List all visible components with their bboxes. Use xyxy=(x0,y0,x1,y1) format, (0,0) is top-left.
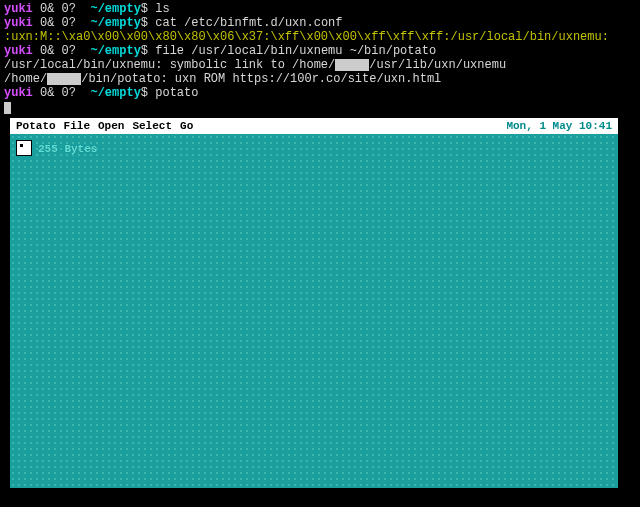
menu-open[interactable]: Open xyxy=(98,119,124,133)
terminal[interactable]: yuki 0& 0? ~/empty$ ls yuki 0& 0? ~/empt… xyxy=(0,0,640,116)
cwd: ~/empty xyxy=(90,86,140,100)
redacted-text xyxy=(335,59,369,71)
user: yuki xyxy=(4,16,33,30)
cursor xyxy=(4,102,11,114)
menu-select[interactable]: Select xyxy=(132,119,172,133)
prompt-line: yuki 0& 0? ~/empty$ potato xyxy=(4,86,636,100)
user: yuki xyxy=(4,2,33,16)
cwd: ~/empty xyxy=(90,44,140,58)
output-line: /home//bin/potato: uxn ROM https://100r.… xyxy=(4,72,636,86)
cwd: ~/empty xyxy=(90,2,140,16)
cmd: file /usr/local/bin/uxnemu ~/bin/potato xyxy=(155,44,436,58)
status: 0& 0? xyxy=(40,44,76,58)
menu-go[interactable]: Go xyxy=(180,119,193,133)
user: yuki xyxy=(4,44,33,58)
prompt-line: yuki 0& 0? ~/empty$ file /usr/local/bin/… xyxy=(4,44,636,58)
menu-potato[interactable]: Potato xyxy=(16,119,56,133)
cmd: potato xyxy=(155,86,198,100)
cwd: ~/empty xyxy=(90,16,140,30)
potato-window: Potato File Open Select Go Mon, 1 May 10… xyxy=(10,118,618,488)
status: 0& 0? xyxy=(40,16,76,30)
menu-file[interactable]: File xyxy=(64,119,90,133)
output-line: :uxn:M::\xa0\x00\x00\x80\x80\x06\x37:\xf… xyxy=(4,30,636,44)
status: 0& 0? xyxy=(40,2,76,16)
cmd: ls xyxy=(155,2,169,16)
clock: Mon, 1 May 10:41 xyxy=(506,119,612,133)
prompt-line: yuki 0& 0? ~/empty$ ls xyxy=(4,2,636,16)
redacted-text xyxy=(47,73,81,85)
prompt-line: yuki 0& 0? ~/empty$ cat /etc/binfmt.d/ux… xyxy=(4,16,636,30)
cmd: cat /etc/binfmt.d/uxn.conf xyxy=(155,16,342,30)
desktop-canvas[interactable]: 255 Bytes xyxy=(10,134,618,488)
file-icon[interactable] xyxy=(16,140,32,156)
user: yuki xyxy=(4,86,33,100)
byte-count-label: 255 Bytes xyxy=(38,142,97,156)
status: 0& 0? xyxy=(40,86,76,100)
titlebar: Potato File Open Select Go Mon, 1 May 10… xyxy=(10,118,618,134)
output-line: /usr/local/bin/uxnemu: symbolic link to … xyxy=(4,58,636,72)
